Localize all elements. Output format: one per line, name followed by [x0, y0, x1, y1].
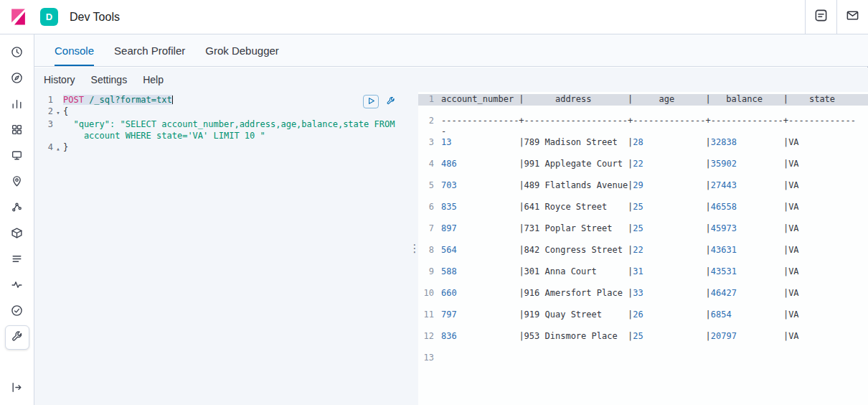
- discover-icon: [11, 72, 23, 87]
- response-line-text: 797 |919 Quay Street |26 |6854 |VA: [441, 309, 799, 320]
- sidebar-item-recently-viewed[interactable]: [5, 41, 29, 65]
- response-line: -: [418, 126, 868, 137]
- response-line: 6835 |641 Royce Street |25 |46558 |VA: [418, 202, 868, 223]
- app-root: D Dev Tools ConsoleSearch ProfilerGrok D…: [0, 0, 868, 405]
- ml-icon: [11, 201, 23, 216]
- editor-line[interactable]: 2▾{: [34, 106, 411, 118]
- response-line: 5703 |489 Flatlands Avenue|29 |27443 |VA: [418, 180, 868, 202]
- console-menu-history[interactable]: History: [44, 74, 75, 85]
- response-line-text: ---------------+--------------------+---…: [441, 116, 856, 126]
- console-menu-settings[interactable]: Settings: [91, 74, 128, 85]
- response-line-number: 5: [418, 180, 441, 191]
- panel-splitter[interactable]: ⋮: [411, 92, 418, 405]
- response-line-number: 4: [418, 159, 441, 169]
- collapse-icon: [11, 381, 23, 396]
- newsfeed-icon: [846, 9, 859, 25]
- response-line: 11797 |919 Quay Street |26 |6854 |VA: [418, 309, 868, 331]
- editor-line-text: "query": "SELECT account_number,address,…: [63, 118, 395, 130]
- response-line-text: 836 |953 Dinsmore Place |25 |20797 |VA: [441, 331, 799, 342]
- editor-line-text: POST /_sql?format=txt: [63, 94, 173, 106]
- response-line-text: 486 |991 Applegate Court |22 |35902 |VA: [441, 159, 799, 169]
- tab-console[interactable]: Console: [55, 34, 94, 66]
- sidebar-item-collapse-menu[interactable]: [5, 376, 29, 401]
- editor-line-text: {: [63, 106, 68, 118]
- editor-line[interactable]: 1POST /_sql?format=txt: [34, 94, 411, 106]
- editor-line[interactable]: 3 "query": "SELECT account_number,addres…: [34, 118, 411, 130]
- response-viewer[interactable]: 1account_number | address | age | balanc…: [418, 92, 868, 405]
- response-line-text: 703 |489 Flatlands Avenue|29 |27443 |VA: [441, 180, 799, 191]
- editor-line[interactable]: account WHERE state='VA' LIMIT 10 ": [34, 130, 411, 141]
- editor-line-number: 4: [34, 141, 53, 154]
- sidebar-item-dev-tools[interactable]: [5, 325, 29, 350]
- editor-line-number: 1: [34, 94, 53, 106]
- logs-icon: [11, 253, 23, 268]
- page-title: Dev Tools: [70, 11, 120, 24]
- kibana-logo[interactable]: [0, 8, 36, 26]
- sidebar-nav: [0, 34, 34, 405]
- kibana-logo-icon: [9, 8, 27, 26]
- response-header-line: 1account_number | address | age | balanc…: [418, 94, 868, 116]
- space-avatar[interactable]: D: [40, 8, 58, 26]
- response-line: 10660 |916 Amersfort Place |33 |46427 |V…: [418, 288, 868, 309]
- response-line-text: 660 |916 Amersfort Place |33 |46427 |VA: [441, 288, 799, 299]
- uptime-icon: [11, 304, 23, 320]
- play-icon: [367, 96, 376, 108]
- visualize-icon: [11, 98, 23, 113]
- response-line: 9588 |301 Anna Court |31 |43531 |VA: [418, 266, 868, 288]
- response-line: 12836 |953 Dinsmore Place |25 |20797 |VA: [418, 331, 868, 353]
- response-line-number: 12: [418, 331, 441, 342]
- sidebar-item-uptime[interactable]: [5, 299, 29, 324]
- response-line-number: 13: [418, 353, 441, 363]
- send-request-button[interactable]: [363, 95, 379, 108]
- editor-line-text: account WHERE state='VA' LIMIT 10 ": [63, 130, 265, 141]
- response-line-number: 2: [418, 116, 441, 126]
- console-menu-help[interactable]: Help: [143, 74, 164, 85]
- response-line-text: 564 |842 Congress Street |22 |43631 |VA: [441, 245, 799, 256]
- sidebar-item-visualize[interactable]: [5, 93, 29, 117]
- response-line-text: 13 |789 Madison Street |28 |32838 |VA: [441, 137, 799, 148]
- response-line-text: 835 |641 Royce Street |25 |46558 |VA: [441, 202, 799, 213]
- response-line-text: account_number | address | age | balance…: [441, 94, 861, 105]
- canvas-icon: [11, 149, 23, 164]
- newsfeed-button[interactable]: [836, 0, 868, 34]
- sidebar-item-canvas[interactable]: [5, 144, 29, 169]
- request-options-button[interactable]: [382, 95, 398, 108]
- app-window-button[interactable]: [805, 0, 836, 34]
- text-cursor: [172, 96, 174, 104]
- sidebar-item-infrastructure[interactable]: [5, 222, 29, 246]
- request-editor[interactable]: 1POST /_sql?format=txt2▾{3 "query": "SEL…: [34, 92, 411, 405]
- response-line-number: 10: [418, 288, 441, 299]
- console-panels: 1POST /_sql?format=txt2▾{3 "query": "SEL…: [34, 92, 868, 405]
- response-line-number: 6: [418, 202, 441, 213]
- dashboard-icon: [11, 124, 23, 139]
- sidebar-item-logs[interactable]: [5, 248, 29, 272]
- response-line: 4486 |991 Applegate Court |22 |35902 |VA: [418, 159, 868, 180]
- header-actions: [805, 0, 868, 34]
- fold-toggle-icon[interactable]: ▴: [53, 141, 63, 154]
- sidebar-item-maps[interactable]: [5, 170, 29, 195]
- tab-grok-debugger[interactable]: Grok Debugger: [205, 34, 279, 66]
- response-line-text: -: [441, 126, 446, 137]
- console-menu: HistorySettingsHelp: [34, 68, 868, 92]
- response-line: 313 |789 Madison Street |28 |32838 |VA: [418, 137, 868, 159]
- editor-line-number: 2: [34, 106, 53, 118]
- sidebar-item-apm[interactable]: [5, 274, 29, 298]
- response-line-number: 8: [418, 245, 441, 256]
- response-line: 2---------------+--------------------+--…: [418, 116, 868, 126]
- response-line: 7897 |731 Poplar Street |25 |45973 |VA: [418, 223, 868, 245]
- response-line-number: 1: [418, 94, 441, 105]
- infra-icon: [11, 227, 23, 242]
- sidebar-item-discover[interactable]: [5, 67, 29, 91]
- clock-icon: [11, 46, 23, 61]
- fold-toggle-icon[interactable]: ▾: [53, 106, 63, 118]
- response-line: 13: [418, 353, 868, 363]
- apm-icon: [11, 279, 23, 294]
- sidebar-item-machine-learning[interactable]: [5, 196, 29, 220]
- editor-line[interactable]: 4▴}: [34, 141, 411, 154]
- response-line-number: 3: [418, 137, 441, 148]
- tab-search-profiler[interactable]: Search Profiler: [114, 34, 185, 66]
- wrench-icon: [11, 330, 23, 345]
- editor-line-number: [34, 130, 53, 141]
- sidebar-item-dashboard[interactable]: [5, 118, 29, 143]
- wrench-icon: [386, 96, 395, 108]
